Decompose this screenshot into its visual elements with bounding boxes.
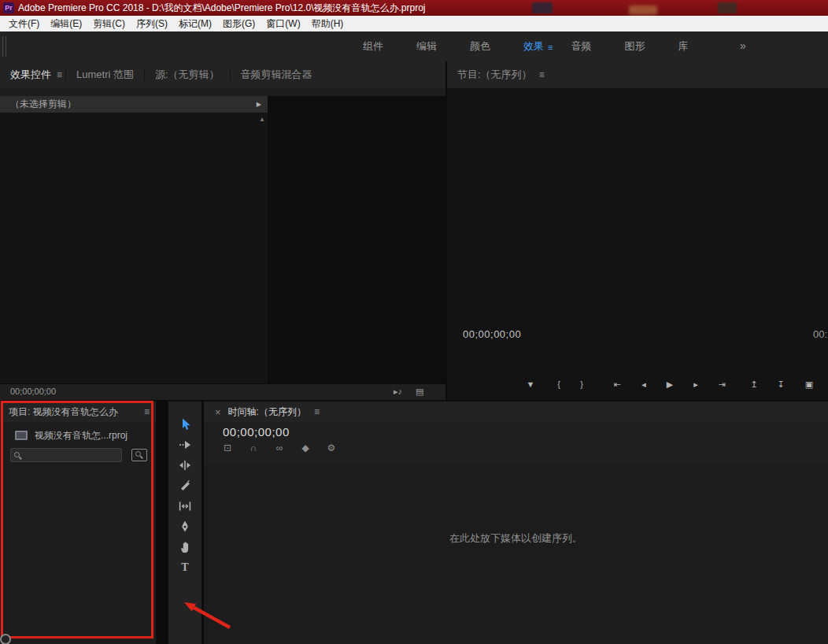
effect-controls-list: ▲ bbox=[0, 113, 268, 383]
source-footer: 00;00;00;00 ▸♪ ▤ bbox=[0, 383, 445, 400]
menu-bar: 文件(F) 编辑(E) 剪辑(C) 序列(S) 标记(M) 图形(G) 窗口(W… bbox=[0, 16, 828, 31]
program-duration: 00: bbox=[813, 328, 827, 340]
tab-source-monitor[interactable]: 源:（无剪辑） bbox=[145, 68, 230, 82]
timeline-timecode: 00;00;00;00 bbox=[223, 425, 290, 439]
source-panel-group: 效果控件 ≡ Lumetri 范围 源:（无剪辑） 音频剪辑混合器 （未选择剪辑… bbox=[0, 61, 445, 400]
workspace-tabs: 组件 编辑 颜色 效果 ≡ 音频 图形 库 bbox=[346, 31, 704, 61]
snap-icon[interactable]: ∩ bbox=[246, 442, 261, 453]
tab-effect-controls[interactable]: 效果控件 bbox=[0, 68, 61, 82]
workspace-tab-assembly[interactable]: 组件 bbox=[346, 39, 400, 54]
tab-audio-clip-mixer[interactable]: 音频剪辑混合器 bbox=[231, 68, 323, 82]
workspace-switcher: 组件 编辑 颜色 效果 ≡ 音频 图形 库 » bbox=[0, 31, 828, 61]
premiere-window: Pr Adobe Premiere Pro CC 2018 - D:\我的文档\… bbox=[0, 0, 828, 644]
clip-selector-label: （未选择剪辑） bbox=[10, 98, 76, 111]
razor-tool[interactable] bbox=[175, 476, 195, 496]
expand-icon[interactable]: ▶ bbox=[257, 101, 261, 108]
titlebar-glass-artifact bbox=[532, 2, 553, 13]
add-marker-icon[interactable]: ▼ bbox=[522, 379, 539, 389]
corner-marker bbox=[0, 634, 11, 644]
add-marker-icon[interactable]: ◆ bbox=[298, 442, 312, 453]
play-icon[interactable]: ▶ bbox=[661, 379, 678, 390]
menu-item-file[interactable]: 文件(F) bbox=[3, 17, 45, 31]
timeline-header: × 时间轴:（无序列） ≡ bbox=[204, 402, 828, 422]
program-panel-tabs: 节目:（无序列） ≡ bbox=[447, 61, 828, 88]
source-panel-tabs: 效果控件 ≡ Lumetri 范围 源:（无剪辑） 音频剪辑混合器 bbox=[0, 61, 445, 88]
title-bar: Pr Adobe Premiere Pro CC 2018 - D:\我的文档\… bbox=[0, 0, 828, 16]
pen-tool[interactable] bbox=[175, 516, 195, 537]
timeline-panel: × 时间轴:（无序列） ≡ 00;00;00;00 ⊡ ∩ ∞ ◆ ⚙ 在此处放… bbox=[204, 402, 828, 644]
program-timecode: 00;00;00;00 bbox=[463, 328, 521, 340]
menu-item-window[interactable]: 窗口(W) bbox=[261, 17, 305, 31]
timeline-settings-icon[interactable]: ⚙ bbox=[324, 442, 338, 453]
ripple-edit-tool[interactable] bbox=[175, 455, 195, 476]
annotation-arrow bbox=[175, 594, 246, 638]
workspace-tab-audio[interactable]: 音频 bbox=[554, 39, 608, 54]
tab-program-monitor[interactable]: 节目:（无序列） bbox=[447, 68, 542, 82]
workspace-tab-editing[interactable]: 编辑 bbox=[400, 39, 453, 54]
tab-lumetri-scopes[interactable]: Lumetri 范围 bbox=[66, 68, 144, 82]
transport-controls: ▼ { } ⇤ ◂ ▶ ▸ ⇥ ↥ ↧ ▣ bbox=[447, 379, 828, 394]
window-title: Adobe Premiere Pro CC 2018 - D:\我的文档\Ado… bbox=[18, 2, 426, 15]
scroll-up-icon[interactable]: ▲ bbox=[259, 116, 265, 123]
program-panel: 节目:（无序列） ≡ 00;00;00;00 00: ▼ { } ⇤ ◂ ▶ ▸… bbox=[447, 61, 828, 400]
titlebar-glass-artifact bbox=[718, 2, 737, 13]
lift-icon[interactable]: ↥ bbox=[745, 379, 763, 390]
panel-grabber[interactable] bbox=[2, 36, 6, 57]
export-frame-icon[interactable]: ▤ bbox=[416, 387, 423, 397]
mark-in-icon[interactable]: { bbox=[550, 379, 567, 389]
step-forward-icon[interactable]: ▸ bbox=[687, 379, 704, 390]
type-tool[interactable]: T bbox=[175, 557, 195, 578]
tab-timeline[interactable]: 时间轴:（无序列） bbox=[228, 405, 306, 419]
track-select-forward-tool[interactable] bbox=[175, 435, 195, 455]
timeline-tracks-area[interactable]: 在此处放下媒体以创建序列。 bbox=[204, 464, 828, 644]
timeline-empty-message: 在此处放下媒体以创建序列。 bbox=[204, 531, 828, 546]
effect-controls-timeline bbox=[268, 96, 445, 383]
mark-out-icon[interactable]: } bbox=[573, 379, 590, 389]
menu-item-sequence[interactable]: 序列(S) bbox=[131, 17, 173, 31]
export-frame-icon[interactable]: ▣ bbox=[800, 379, 818, 390]
source-timecode: 00;00;00;00 bbox=[10, 387, 56, 396]
selection-tool[interactable] bbox=[175, 414, 195, 435]
step-back-icon[interactable]: ◂ bbox=[635, 379, 652, 390]
close-icon[interactable]: × bbox=[215, 406, 221, 418]
extract-icon[interactable]: ↧ bbox=[772, 379, 789, 390]
play-audio-icon[interactable]: ▸♪ bbox=[394, 387, 402, 397]
panel-menu-icon[interactable]: ≡ bbox=[539, 69, 545, 80]
linked-selection-icon[interactable]: ∞ bbox=[272, 442, 286, 453]
menu-item-graphics[interactable]: 图形(G) bbox=[217, 17, 261, 31]
titlebar-glass-artifact bbox=[629, 6, 657, 15]
clip-selector[interactable]: （未选择剪辑） ▶ bbox=[0, 96, 268, 113]
workspace-tab-graphics[interactable]: 图形 bbox=[608, 39, 661, 54]
menu-item-edit[interactable]: 编辑(E) bbox=[45, 17, 87, 31]
app-icon: Pr bbox=[3, 2, 14, 13]
menu-item-help[interactable]: 帮助(H) bbox=[306, 17, 349, 31]
workspace-tab-libraries[interactable]: 库 bbox=[661, 39, 704, 54]
program-viewer: 00;00;00;00 00: ▼ { } ⇤ ◂ ▶ ▸ ⇥ ↥ ↧ ▣ bbox=[447, 88, 828, 400]
menu-item-markers[interactable]: 标记(M) bbox=[173, 17, 217, 31]
nest-sequence-icon[interactable]: ⊡ bbox=[220, 442, 235, 453]
slip-tool[interactable] bbox=[175, 496, 195, 516]
annotation-highlight-box bbox=[1, 401, 153, 638]
panel-menu-icon[interactable]: ≡ bbox=[57, 69, 62, 80]
workspace-overflow-icon[interactable]: » bbox=[740, 39, 746, 52]
type-tool-glyph: T bbox=[181, 561, 188, 574]
go-to-in-icon[interactable]: ⇤ bbox=[608, 379, 626, 390]
workspace-menu-icon[interactable]: ≡ bbox=[548, 43, 553, 52]
menu-item-clip[interactable]: 剪辑(C) bbox=[87, 17, 131, 31]
go-to-out-icon[interactable]: ⇥ bbox=[713, 379, 730, 390]
panel-menu-icon[interactable]: ≡ bbox=[314, 406, 320, 417]
hand-tool[interactable] bbox=[175, 537, 195, 557]
workspace-tab-color[interactable]: 颜色 bbox=[453, 39, 507, 54]
timeline-toolbar: ⊡ ∩ ∞ ◆ ⚙ bbox=[220, 442, 338, 453]
